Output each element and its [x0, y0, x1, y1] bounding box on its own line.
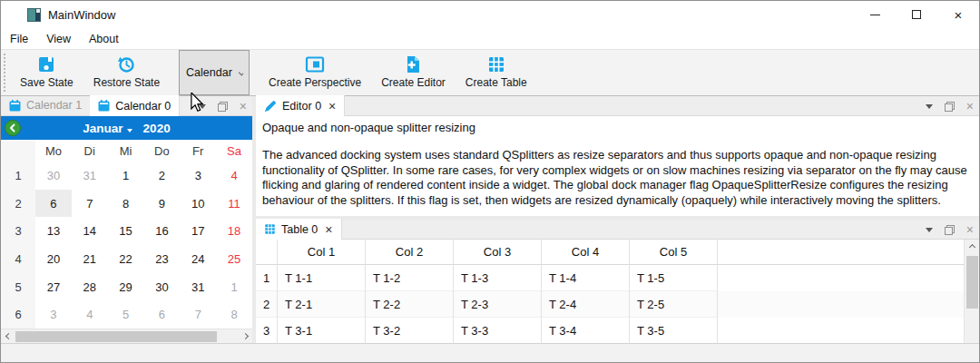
menu-about[interactable]: About: [80, 28, 128, 49]
table-cell[interactable]: T 1-1: [278, 265, 366, 291]
calendar-day[interactable]: 31: [72, 162, 108, 190]
dock-menu-icon[interactable]: [926, 104, 933, 109]
dock-close-icon[interactable]: ×: [966, 223, 974, 236]
table-cell[interactable]: T 3-1: [278, 318, 366, 343]
calendar-day[interactable]: 3: [180, 162, 216, 190]
perspective-combobox[interactable]: Calendar: [179, 50, 250, 95]
calendar-day[interactable]: 4: [216, 162, 252, 190]
dock-area: Calendar 1 Calendar 0 ×: [1, 96, 979, 343]
dock-close-icon[interactable]: ×: [966, 100, 974, 113]
calendar-day[interactable]: 27: [35, 273, 72, 301]
calendar-day[interactable]: 8: [216, 300, 252, 329]
row-header[interactable]: 3: [256, 318, 278, 343]
column-header[interactable]: Col 4: [542, 240, 630, 264]
table-cell[interactable]: T 2-4: [542, 291, 630, 318]
year-label[interactable]: 2020: [143, 122, 171, 135]
calendar-day[interactable]: 15: [108, 217, 144, 245]
tab-close-icon[interactable]: ×: [325, 223, 332, 236]
previous-month-button[interactable]: [5, 120, 21, 136]
calendar-day[interactable]: 31: [180, 273, 216, 301]
calendar-day[interactable]: 25: [216, 245, 252, 273]
calendar-day[interactable]: 1: [216, 273, 252, 301]
calendar-day[interactable]: 14: [72, 217, 108, 245]
table-cell[interactable]: T 3-3: [454, 318, 542, 343]
column-header[interactable]: Col 5: [630, 240, 718, 264]
calendar-day[interactable]: 18: [216, 217, 252, 245]
save-state-button[interactable]: Save State: [10, 50, 83, 95]
calendar-day[interactable]: 6: [35, 190, 72, 218]
tab-editor-0[interactable]: Editor 0 ×: [256, 95, 345, 116]
table-cell[interactable]: T 1-4: [542, 265, 630, 291]
column-header[interactable]: Col 1: [278, 240, 366, 264]
float-window-icon[interactable]: [218, 102, 228, 112]
menu-file[interactable]: File: [8, 28, 37, 49]
calendar-day[interactable]: 3: [35, 300, 72, 329]
table-cell[interactable]: T 1-5: [630, 265, 718, 291]
calendar-day[interactable]: 24: [180, 245, 216, 273]
restore-state-button[interactable]: Restore State: [83, 50, 170, 95]
calendar-day[interactable]: 6: [143, 300, 180, 329]
editor-content[interactable]: Opaque and non-opaque splitter resizing …: [256, 116, 979, 216]
calendar-day[interactable]: 20: [35, 245, 72, 273]
row-header[interactable]: 1: [256, 265, 278, 291]
scroll-right-icon[interactable]: [238, 329, 252, 343]
table-cell[interactable]: T 3-2: [366, 318, 454, 343]
table-cell[interactable]: T 1-3: [454, 265, 542, 291]
calendar-day[interactable]: 28: [72, 273, 108, 301]
calendar-day[interactable]: 21: [72, 245, 108, 273]
row-header[interactable]: 2: [256, 291, 278, 318]
calendar-day[interactable]: 7: [180, 300, 216, 329]
calendar-day[interactable]: 7: [72, 190, 108, 218]
calendar-day[interactable]: 13: [35, 217, 72, 245]
scroll-left-icon[interactable]: [1, 329, 15, 343]
toolbar-drag-handle[interactable]: [4, 54, 8, 92]
create-table-button[interactable]: Create Table: [456, 50, 537, 95]
calendar-day[interactable]: 2: [143, 162, 180, 190]
float-window-icon[interactable]: [945, 225, 955, 235]
table-vertical-scrollbar[interactable]: [964, 240, 979, 343]
calendar-day[interactable]: 30: [143, 273, 180, 301]
table-cell[interactable]: T 1-2: [366, 265, 454, 291]
calendar-day[interactable]: 10: [180, 190, 216, 218]
column-header[interactable]: Col 3: [454, 240, 542, 264]
table-cell[interactable]: T 3-5: [630, 318, 718, 343]
menu-view[interactable]: View: [37, 28, 80, 49]
calendar-day[interactable]: 5: [108, 300, 144, 329]
calendar-day[interactable]: 4: [72, 300, 108, 329]
calendar-day[interactable]: 22: [108, 245, 144, 273]
float-window-icon[interactable]: [945, 102, 955, 112]
create-perspective-button[interactable]: Create Perspective: [259, 50, 371, 95]
calendar-day[interactable]: 8: [108, 190, 144, 218]
tab-calendar-1[interactable]: Calendar 1: [1, 95, 90, 115]
table-cell[interactable]: T 2-3: [454, 291, 542, 318]
scroll-up-icon[interactable]: [965, 240, 979, 254]
table-cell[interactable]: T 2-5: [630, 291, 718, 318]
calendar-day[interactable]: 16: [143, 217, 180, 245]
calendar-day[interactable]: 29: [108, 273, 144, 301]
dock-menu-icon[interactable]: [926, 228, 933, 232]
calendar-day[interactable]: 23: [143, 245, 180, 273]
column-header[interactable]: Col 2: [366, 240, 454, 264]
table-cell[interactable]: T 3-4: [542, 318, 630, 343]
calendar-day[interactable]: 11: [216, 190, 252, 218]
calendar-day[interactable]: 1: [108, 162, 144, 190]
minimize-button[interactable]: [854, 1, 896, 28]
tab-calendar-0[interactable]: Calendar 0: [90, 95, 180, 116]
tab-close-icon[interactable]: ×: [328, 100, 336, 113]
table-cell[interactable]: T 2-1: [278, 291, 366, 318]
calendar-month-year[interactable]: Januar 2020: [21, 122, 232, 135]
maximize-button[interactable]: [896, 1, 937, 28]
calendar-day[interactable]: 9: [143, 190, 180, 218]
close-button[interactable]: ×: [937, 1, 979, 28]
dock-close-icon[interactable]: ×: [240, 100, 247, 113]
month-label[interactable]: Januar: [83, 122, 122, 135]
create-editor-button[interactable]: Create Editor: [371, 50, 456, 95]
day-header: Sa: [216, 140, 252, 162]
calendar-horizontal-scrollbar[interactable]: [1, 329, 252, 343]
table-cell[interactable]: T 2-2: [366, 291, 454, 318]
calendar-day[interactable]: 17: [180, 217, 216, 245]
scrollbar-thumb[interactable]: [966, 256, 978, 309]
calendar-day[interactable]: 30: [35, 162, 72, 190]
tab-table-0[interactable]: Table 0 ×: [256, 219, 342, 240]
scrollbar-thumb[interactable]: [15, 331, 217, 342]
